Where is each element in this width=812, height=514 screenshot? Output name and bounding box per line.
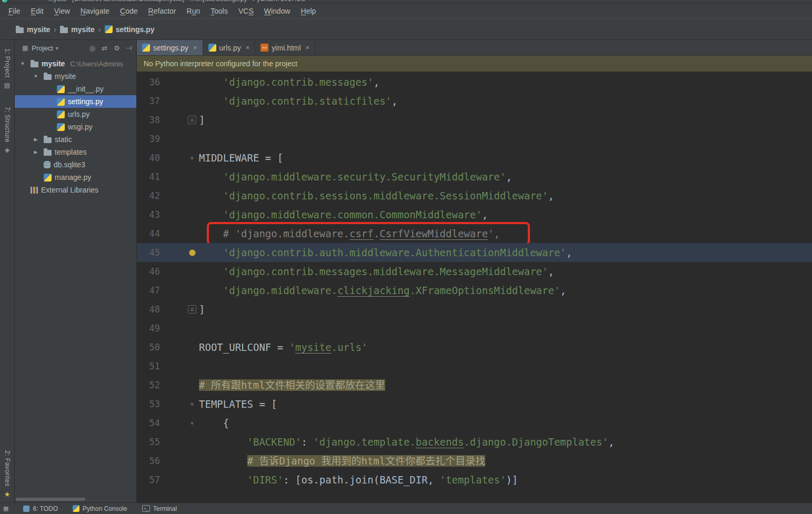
tree-item-wsgi-py[interactable]: wsgi.py	[15, 120, 136, 133]
chevron-collapsed-icon[interactable]: ▶	[31, 137, 41, 142]
fold-open-icon[interactable]: ▼	[185, 401, 199, 407]
code-line-38[interactable]: 38⌂]	[137, 110, 812, 129]
code-line-50[interactable]: 50ROOT_URLCONF = 'mysite.urls'	[137, 338, 812, 357]
fold-open-icon[interactable]: ▼	[185, 420, 199, 426]
tree-item-settings-py[interactable]: settings.py	[15, 95, 136, 108]
tree-item-db-sqlite3[interactable]: db.sqlite3	[15, 158, 136, 171]
settings-gear-icon[interactable]: ⚙	[114, 44, 120, 52]
line-number: 50	[137, 342, 160, 352]
menu-help[interactable]: Help	[296, 3, 322, 19]
tool-button-label: 7: Structure	[4, 107, 11, 143]
code-line-51[interactable]: 51	[137, 357, 812, 376]
tree-item-label: mysite	[55, 72, 76, 80]
code-line-43[interactable]: 43 'django.middleware.common.CommonMiddl…	[137, 205, 812, 224]
breadcrumb-item-mysite[interactable]: mysite	[16, 25, 50, 34]
tree-item-urls-py[interactable]: urls.py	[15, 108, 136, 120]
fold-end-icon[interactable]: ⌂	[185, 305, 199, 314]
close-icon[interactable]: ×	[306, 44, 310, 52]
menu-refactor[interactable]: Refactor	[143, 3, 182, 19]
code-line-47[interactable]: 47 'django.middleware.clickjacking.XFram…	[137, 281, 812, 300]
line-number: 45	[137, 247, 160, 258]
chevron-right-icon: ›	[54, 25, 56, 34]
line-number: 36	[137, 77, 160, 87]
code-line-40[interactable]: 40▼MIDDLEWARE = [	[137, 148, 812, 167]
project-panel-title[interactable]: Project	[32, 44, 53, 52]
folder-icon	[44, 150, 52, 156]
tree-item-templates[interactable]: ▶templates	[15, 146, 136, 158]
close-icon[interactable]: ×	[193, 44, 197, 52]
code-line-54[interactable]: 54▼ {	[137, 414, 812, 432]
code-text: # 所有跟html文件相关的设置都放在这里	[199, 376, 385, 395]
code-line-49[interactable]: 49	[137, 319, 812, 338]
statusbar-item-6-todo[interactable]: 6: TODO	[23, 505, 58, 512]
code-line-53[interactable]: 53▼TEMPLATES = [	[137, 395, 812, 414]
folder-icon	[60, 27, 68, 33]
menu-code[interactable]: Code	[115, 3, 143, 19]
code-line-45[interactable]: 45 'django.contrib.auth.middleware.Authe…	[137, 243, 812, 262]
code-line-36[interactable]: 36 'django.contrib.messages',	[137, 73, 812, 92]
stripe-bottom: 2: Favorites★	[4, 450, 11, 498]
code-line-46[interactable]: 46 'django.contrib.messages.middleware.M…	[137, 262, 812, 281]
line-number: 51	[137, 361, 160, 371]
breadcrumb-item-mysite[interactable]: mysite	[60, 25, 94, 34]
horizontal-scrollbar[interactable]	[16, 498, 85, 501]
code-line-52[interactable]: 52# 所有跟html文件相关的设置都放在这里	[137, 376, 812, 395]
breadcrumb-item-settings-py[interactable]: settings.py	[105, 25, 155, 34]
chevron-expanded-icon[interactable]: ▼	[18, 61, 27, 66]
code-line-48[interactable]: 48⌂]	[137, 300, 812, 319]
tree-item-init-py[interactable]: __init__.py	[15, 83, 136, 95]
tree-item-mysite[interactable]: ▼mysiteC:\Users\Adminis	[15, 57, 136, 70]
tree-item-label: static	[55, 135, 72, 144]
menu-tools[interactable]: Tools	[205, 3, 233, 19]
tab-yimi-html[interactable]: yimi.html×	[255, 40, 315, 55]
close-icon[interactable]: ×	[246, 44, 250, 52]
tool-button-2-favorites[interactable]: 2: Favorites★	[4, 450, 11, 498]
fold-end-icon[interactable]: ⌂	[185, 116, 199, 124]
code-line-37[interactable]: 37 'django.contrib.staticfiles',	[137, 92, 812, 110]
code-area[interactable]: 36 'django.contrib.messages',37 'django.…	[137, 72, 812, 502]
hide-panel-icon[interactable]: ⊣	[126, 44, 132, 52]
menu-window[interactable]: Window	[259, 3, 296, 19]
menu-edit[interactable]: Edit	[26, 3, 49, 19]
statusbar-item-terminal[interactable]: Terminal	[142, 505, 177, 512]
code-line-56[interactable]: 56 # 告诉Django 我用到的html文件你都去扎个目录找	[137, 451, 812, 470]
python-icon	[73, 505, 79, 512]
project-panel: ▦ Project ▾ ◎⇄⚙⊣ ▼mysiteC:\Users\Adminis…	[15, 40, 137, 502]
intention-bulb-icon[interactable]	[189, 249, 196, 256]
tree-item-label: __init__.py	[68, 85, 104, 93]
tab-urls-py[interactable]: urls.py×	[203, 40, 256, 55]
line-number: 46	[137, 266, 160, 277]
menu-run[interactable]: Run	[182, 3, 206, 19]
code-line-57[interactable]: 57 'DIRS': [os.path.join(BASE_DIR, 'temp…	[137, 470, 812, 489]
tool-button-7-structure[interactable]: 7: Structure◈	[4, 107, 11, 154]
bulb-icon[interactable]	[185, 249, 199, 256]
menu-navigate[interactable]: Navigate	[75, 3, 115, 19]
tool-button-1-project[interactable]: 1: Project▤	[4, 48, 11, 89]
tree-item-static[interactable]: ▶static	[15, 133, 136, 146]
code-line-55[interactable]: 55 'BACKEND': 'django.template.backends.…	[137, 432, 812, 451]
menu-view[interactable]: View	[49, 3, 75, 19]
menu-file[interactable]: File	[3, 3, 26, 19]
code-line-39[interactable]: 39	[137, 129, 812, 148]
code-line-44[interactable]: 44 # 'django.middleware.csrf.CsrfViewMid…	[137, 224, 812, 243]
chevron-down-icon[interactable]: ▾	[56, 45, 58, 51]
tree-item-manage-py[interactable]: manage.py	[15, 171, 136, 184]
chevron-collapsed-icon[interactable]: ▶	[31, 149, 41, 155]
tree-item-mysite[interactable]: ▼mysite	[15, 70, 136, 83]
sync-icon[interactable]: ◎	[89, 44, 95, 52]
python-file-icon	[57, 123, 65, 131]
chevron-expanded-icon[interactable]: ▼	[31, 74, 41, 79]
tab-settings-py[interactable]: settings.py×	[137, 40, 203, 55]
code-line-42[interactable]: 42 'django.contrib.sessions.middleware.S…	[137, 186, 812, 205]
python-file-icon	[208, 44, 216, 52]
code-text: 'django.contrib.staticfiles',	[199, 92, 398, 110]
tool-windows-toggle-icon[interactable]: ▦	[3, 505, 8, 512]
menu-vcs[interactable]: VCS	[233, 3, 259, 19]
code-line-41[interactable]: 41 'django.middleware.security.SecurityM…	[137, 167, 812, 186]
statusbar-item-python-console[interactable]: Python Console	[73, 505, 127, 512]
breadcrumb-label: mysite	[27, 25, 50, 34]
fold-arrow-icon: ▼	[191, 401, 194, 407]
fold-open-icon[interactable]: ▼	[185, 155, 199, 161]
scroll-to-source-icon[interactable]: ⇄	[102, 44, 107, 52]
tree-item-external-libraries[interactable]: External Libraries	[15, 184, 136, 196]
